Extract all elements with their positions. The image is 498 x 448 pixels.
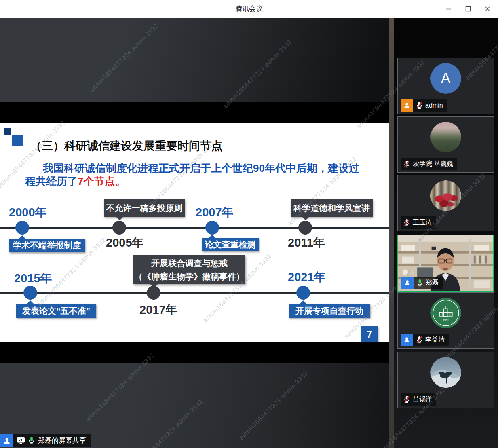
avatar-university-logo: ·1952· <box>430 298 461 328</box>
participant-tile-wangyutao[interactable]: 王玉涛 <box>397 175 494 231</box>
timeline-year-2015: 2015年 <box>14 270 52 287</box>
timeline-label-2005: 不允许一稿多投原则 <box>104 199 185 217</box>
window-controls <box>442 0 494 18</box>
participant-name-row: 郑磊 <box>401 277 443 289</box>
namebar: 王玉涛 <box>401 216 436 229</box>
share-top-letterbox <box>0 18 389 102</box>
person-icon <box>403 102 410 109</box>
timeline-year-2011: 2011年 <box>288 235 325 251</box>
participant-name: 郑磊 <box>426 279 439 287</box>
namebar: 农学院 丛巍巍 <box>401 158 457 170</box>
timeline-line-top <box>0 227 389 229</box>
avatar-flowers-photo <box>430 180 461 211</box>
timeline-dot-2021 <box>296 286 310 300</box>
university-emblem-icon: ·1952· <box>430 298 461 328</box>
share-indicator-label: 郑磊的屏幕共享 <box>38 436 86 445</box>
timeline-label-2017-line2: （《肿瘤生物学》撤稿事件） <box>133 270 245 283</box>
timeline-dot-2000 <box>15 221 29 235</box>
timeline-label-2000: 学术不端举报制度 <box>9 239 85 252</box>
intro-line2-prefix: 程共经历了 <box>25 175 78 187</box>
participant-name: 吕锡洋 <box>413 395 432 404</box>
participant-name: 农学院 丛巍巍 <box>413 160 453 168</box>
timeline-dot-2005 <box>112 221 126 235</box>
share-indicator-bar: 郑磊的屏幕共享 <box>13 434 91 447</box>
participant-name-row: 王玉涛 <box>401 216 436 229</box>
timeline-year-2000: 2000年 <box>9 205 47 221</box>
close-icon <box>485 6 490 12</box>
snow-tree-icon <box>430 357 461 388</box>
slide-deco-square-large <box>12 135 23 146</box>
minimize-icon <box>446 6 452 12</box>
namebar: 李益清 <box>413 334 449 346</box>
timeline-year-2017: 2017年 <box>139 302 177 318</box>
avatar-letter: A <box>441 70 450 87</box>
share-black-band-bottom <box>0 342 389 363</box>
minimize-button[interactable] <box>442 2 455 15</box>
person-icon <box>404 279 411 286</box>
participant-name-row: 李益清 <box>401 334 449 346</box>
content-area: （三）科研诚信建设发展重要时间节点 我国科研诚信制度化进程正式开启于上个世纪90… <box>0 18 498 448</box>
close-button[interactable] <box>481 2 494 15</box>
sharer-role-badge <box>0 434 13 447</box>
mic-muted-icon <box>403 219 410 226</box>
meeting-window: 腾讯会议 （三）科研诚信建设发展重要时间节点 我国科研诚信制度化进程正式开启于上… <box>0 0 498 448</box>
host-badge <box>401 99 413 112</box>
participant-name-row: 吕锡洋 <box>401 393 436 406</box>
participant-tile-congweiwei[interactable]: 农学院 丛巍巍 <box>397 116 494 173</box>
avatar: A <box>430 63 461 94</box>
avatar-field-photo <box>430 122 461 152</box>
timeline-label-2015: 发表论文“五不准” <box>16 304 96 318</box>
slide-title: （三）科研诚信建设发展重要时间节点 <box>30 138 223 154</box>
participant-tile-liyiqing[interactable]: ·1952· 李益清 <box>397 292 494 349</box>
mic-muted-icon <box>403 395 410 403</box>
timeline-dot-2015 <box>23 286 37 300</box>
timeline-dot-2007 <box>205 221 219 235</box>
participants-panel: A admin <box>394 18 498 448</box>
screen-share-view: （三）科研诚信建设发展重要时间节点 我国科研诚信制度化进程正式开启于上个世纪90… <box>0 18 389 448</box>
participant-name: 李益清 <box>425 336 445 344</box>
slide-intro-line1: 我国科研诚信制度化进程正式开启于上个世纪90年代中后期，建设过 <box>43 161 359 175</box>
timeline-year-2007: 2007年 <box>196 205 234 221</box>
titlebar: 腾讯会议 <box>0 0 498 18</box>
emblem-year: ·1952· <box>441 319 449 321</box>
maximize-icon <box>465 6 471 12</box>
member-badge <box>401 277 414 289</box>
timeline-dot-2011 <box>298 221 312 235</box>
slide-intro-line2: 程共经历了7个节点。 <box>25 174 125 188</box>
person-icon <box>3 437 11 444</box>
mic-muted-icon <box>403 160 410 168</box>
slide-page-number: 7 <box>361 326 378 343</box>
timeline-label-2011: 科学道德和学风宣讲 <box>291 199 373 217</box>
timeline-label-2017: 开展联合调查与惩戒 （《肿瘤生物学》撤稿事件） <box>133 255 245 284</box>
participant-name-row: admin <box>401 99 447 112</box>
timeline-year-2021: 2021年 <box>288 269 326 285</box>
participant-tile-admin[interactable]: A admin <box>397 58 494 114</box>
avatar-mountain-photo <box>430 357 461 388</box>
window-title: 腾讯会议 <box>0 0 498 18</box>
namebar: 吕锡洋 <box>401 393 436 406</box>
participant-name: 王玉涛 <box>413 218 432 227</box>
timeline-label-2021: 开展专项自查行动 <box>289 304 370 318</box>
screen-share-icon <box>17 437 25 444</box>
member-badge <box>401 334 413 346</box>
screen-share-indicator[interactable]: 郑磊的屏幕共享 <box>0 434 91 447</box>
participant-tile-lvxiyang[interactable]: 吕锡洋 <box>397 352 494 408</box>
slide-deco-square-small <box>4 128 11 135</box>
mic-on-icon <box>416 279 423 287</box>
share-black-band-top <box>0 102 389 123</box>
maximize-button[interactable] <box>462 2 475 15</box>
timeline-label-2017-line1: 开展联合调查与惩戒 <box>133 256 245 270</box>
presentation-slide: （三）科研诚信建设发展重要时间节点 我国科研诚信制度化进程正式开启于上个世纪90… <box>0 123 389 342</box>
timeline-line-bottom <box>0 292 389 294</box>
participant-tile-zhenglei[interactable]: 郑磊 <box>397 235 494 292</box>
timeline-label-2007: 论文查重检测 <box>202 238 259 251</box>
mic-muted-icon <box>416 101 423 109</box>
timeline-dot-2017 <box>147 286 160 300</box>
person-icon <box>403 336 410 343</box>
panel-divider-scrollbar[interactable] <box>389 18 394 448</box>
timeline-year-2005: 2005年 <box>106 235 144 251</box>
namebar: 郑磊 <box>414 277 443 289</box>
mic-on-icon <box>28 437 35 444</box>
participant-name: admin <box>425 102 443 109</box>
mic-muted-icon <box>416 336 423 344</box>
